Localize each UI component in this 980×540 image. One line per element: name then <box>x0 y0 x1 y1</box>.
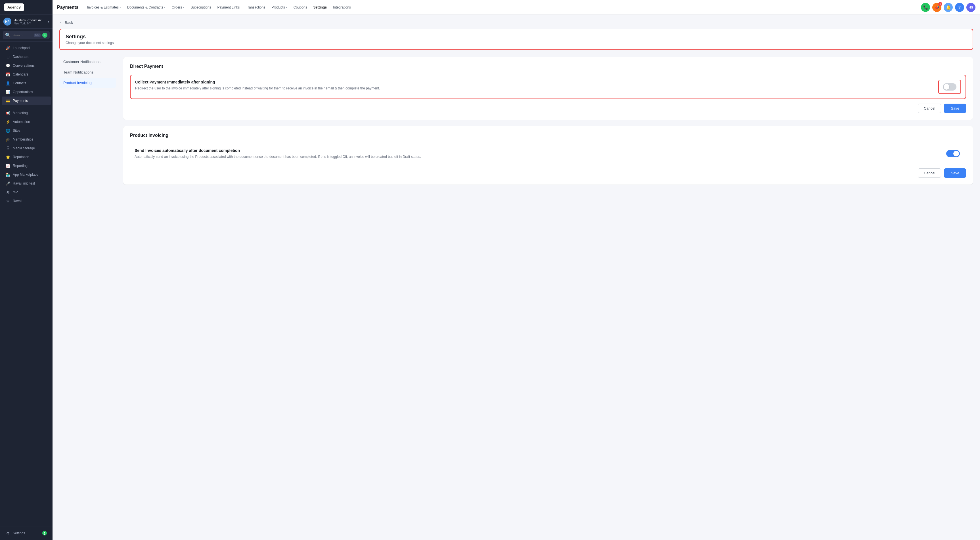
sidebar-item-memberships[interactable]: 🎓 Memberships <box>2 135 51 144</box>
sidebar-item-calendars[interactable]: 📅 Calendars <box>2 70 51 79</box>
search-kbd: ⌘K <box>34 33 41 37</box>
sidebar-item-sites[interactable]: 🌐 Sites <box>2 126 51 135</box>
search-input[interactable] <box>13 33 32 37</box>
sidebar-item-label: Dashboard <box>13 55 30 59</box>
settings-icon: ⚙ <box>6 531 10 535</box>
direct-payment-panel: Direct Payment Collect Payment Immediate… <box>123 57 973 120</box>
sidebar-item-ravali[interactable]: ▽ Ravali <box>2 197 51 205</box>
send-invoices-row: Send Invoices automatically after docume… <box>130 144 966 164</box>
tab-integrations[interactable]: Integrations <box>330 4 354 11</box>
sidebar-item-automation[interactable]: ⚡ Automation <box>2 118 51 126</box>
chevron-down-icon: ▾ <box>48 20 49 23</box>
sidebar-item-contacts[interactable]: 👤 Contacts <box>2 79 51 88</box>
sidebar-item-mic[interactable]: 知 mic <box>2 188 51 196</box>
sidebar-item-label: Settings <box>13 531 25 535</box>
sidebar-bottom: ⚙ Settings ❮ <box>0 526 52 540</box>
settings-header-card: Settings Change your document settings <box>59 29 973 50</box>
send-invoices-desc: Automatically send an invoice using the … <box>135 154 939 159</box>
send-invoices-toggle[interactable] <box>946 150 960 157</box>
tab-invoices[interactable]: Invoices & Estimates ▾ <box>84 4 124 11</box>
sidebar-item-label: mic <box>13 190 18 194</box>
back-label: Back <box>65 21 73 25</box>
account-switcher[interactable]: HP Harshit's Product Ac... New York, NY … <box>0 15 52 29</box>
tab-settings[interactable]: Settings <box>310 4 329 11</box>
add-button[interactable]: + <box>42 33 48 38</box>
main-area: Payments Invoices & Estimates ▾ Document… <box>52 0 980 540</box>
collect-payment-toggle[interactable] <box>943 83 956 91</box>
settings-panels: Direct Payment Collect Payment Immediate… <box>123 57 973 534</box>
sidebar-item-payments[interactable]: 💳 Payments <box>2 97 51 105</box>
phone-icon-button[interactable]: 📞 <box>921 3 930 12</box>
sidebar-item-label: Opportunities <box>13 90 33 94</box>
tab-orders[interactable]: Orders ▾ <box>169 4 188 11</box>
tab-subscriptions[interactable]: Subscriptions <box>188 4 214 11</box>
sidebar-item-label: Contacts <box>13 81 26 85</box>
chevron-down-icon: ▾ <box>286 6 287 9</box>
collect-payment-toggle-wrapper <box>938 80 961 94</box>
sidebar-item-label: App Marketplace <box>13 173 38 177</box>
sidebar-nav: 🚀 Launchpad ⊞ Dashboard 💬 Conversations … <box>0 42 52 526</box>
collapse-icon[interactable]: ❮ <box>42 531 47 535</box>
reporting-icon: 📈 <box>6 164 10 168</box>
sidebar-item-opportunities[interactable]: 📊 Opportunities <box>2 88 51 96</box>
sidebar-item-settings[interactable]: ⚙ Settings ❮ <box>2 529 51 537</box>
direct-payment-actions: Cancel Save <box>130 104 966 113</box>
sidenav-team-notifications[interactable]: Team Notifications <box>59 67 116 77</box>
direct-payment-title: Direct Payment <box>130 64 966 69</box>
send-invoices-label: Send Invoices automatically after docume… <box>135 148 939 153</box>
sidebar-item-label: Sites <box>13 129 21 132</box>
product-invoicing-panel: Product Invoicing Send Invoices automati… <box>123 126 973 185</box>
sidebar-item-label: Memberships <box>13 137 33 142</box>
sidebar-item-marketing[interactable]: 📢 Marketing <box>2 109 51 117</box>
sidebar-item-label: Automation <box>13 120 30 124</box>
launchpad-icon: 🚀 <box>6 46 10 50</box>
calendar-icon: 📅 <box>6 72 10 76</box>
chevron-down-icon: ▾ <box>164 6 165 9</box>
toggle-knob <box>943 84 949 90</box>
collect-payment-label: Collect Payment Immediately after signin… <box>135 80 932 84</box>
settings-card-title: Settings <box>65 34 967 40</box>
topbar: Payments Invoices & Estimates ▾ Document… <box>52 0 980 15</box>
collect-payment-desc: Redirect the user to the invoice immedia… <box>135 86 932 91</box>
sidebar-item-dashboard[interactable]: ⊞ Dashboard <box>2 53 51 61</box>
sidebar-item-label: Calendars <box>13 72 29 76</box>
sidebar-item-ravali-mic-test[interactable]: 🎤 Ravali mic test <box>2 179 51 188</box>
chevron-down-icon: ▾ <box>183 6 184 9</box>
tab-coupons[interactable]: Coupons <box>291 4 310 11</box>
marketing-icon: 📢 <box>6 111 10 115</box>
avatar: HP <box>3 18 11 25</box>
sidebar-item-reputation[interactable]: ⭐ Reputation <box>2 153 51 161</box>
product-invoicing-cancel-button[interactable]: Cancel <box>918 168 941 178</box>
back-link[interactable]: ← Back <box>59 21 973 25</box>
tab-transactions[interactable]: Transactions <box>243 4 268 11</box>
sidebar-item-launchpad[interactable]: 🚀 Launchpad <box>2 44 51 52</box>
sidebar-item-label: Media Storage <box>13 146 35 150</box>
notification-icon-button[interactable]: 📣 1 <box>932 3 942 12</box>
sidenav-customer-notifications[interactable]: Customer Notifications <box>59 57 116 67</box>
sidebar-item-reporting[interactable]: 📈 Reporting <box>2 162 51 170</box>
sidebar-item-label: Conversations <box>13 64 35 68</box>
tab-payment-links[interactable]: Payment Links <box>214 4 242 11</box>
tab-products[interactable]: Products ▾ <box>269 4 290 11</box>
logo[interactable]: Agency <box>4 3 24 11</box>
topbar-actions: 📞 📣 1 🔔 ? HG <box>921 3 975 12</box>
sidenav-product-invoicing[interactable]: Product Invoicing <box>59 78 116 88</box>
sidebar-item-media-storage[interactable]: 🗄 Media Storage <box>2 144 51 153</box>
sidebar-item-label: Reporting <box>13 164 27 168</box>
tab-documents[interactable]: Documents & Contracts ▾ <box>124 4 169 11</box>
sidebar-item-app-marketplace[interactable]: 🏪 App Marketplace <box>2 170 51 179</box>
sidebar-item-conversations[interactable]: 💬 Conversations <box>2 61 51 70</box>
help-icon-button[interactable]: ? <box>955 3 964 12</box>
sites-icon: 🌐 <box>6 128 10 133</box>
user-avatar[interactable]: HG <box>966 3 975 12</box>
bell-icon-button[interactable]: 🔔 <box>943 3 953 12</box>
marketplace-icon: 🏪 <box>6 172 10 177</box>
back-arrow-icon: ← <box>59 21 63 25</box>
product-invoicing-save-button[interactable]: Save <box>944 168 966 178</box>
direct-payment-cancel-button[interactable]: Cancel <box>918 104 941 113</box>
sidebar-item-label: Reputation <box>13 155 29 159</box>
account-location: New York, NY <box>14 22 45 25</box>
direct-payment-save-button[interactable]: Save <box>944 104 966 113</box>
sidebar-logo-area: Agency <box>0 0 52 15</box>
memberships-icon: 🎓 <box>6 137 10 142</box>
